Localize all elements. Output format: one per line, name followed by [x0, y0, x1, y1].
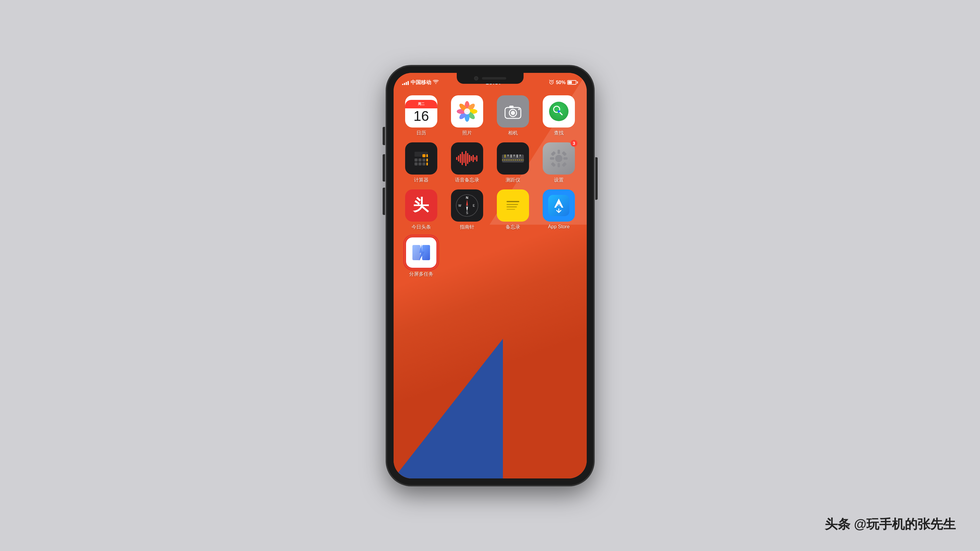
- svg-point-55: [555, 155, 562, 162]
- svg-rect-79: [558, 205, 560, 205]
- app-grid: 周二 16 日历: [401, 95, 579, 278]
- power-button[interactable]: [595, 157, 598, 200]
- settings-badge: 3: [571, 140, 578, 147]
- settings-label: 设置: [554, 177, 564, 183]
- svg-rect-63: [562, 162, 567, 167]
- speaker: [482, 77, 506, 79]
- svg-rect-77: [507, 209, 515, 210]
- svg-rect-57: [558, 163, 560, 167]
- svg-point-22: [558, 110, 560, 113]
- svg-rect-60: [551, 151, 556, 156]
- svg-rect-33: [422, 154, 425, 157]
- status-right: 50%: [549, 79, 578, 85]
- app-item-voice[interactable]: 语音备忘录: [447, 142, 488, 183]
- settings-icon-box: 3: [542, 142, 575, 175]
- app-item-split[interactable]: 分屏多任务: [401, 237, 442, 278]
- svg-rect-25: [415, 159, 418, 162]
- svg-rect-26: [418, 159, 422, 162]
- signal-bar-4: [407, 81, 409, 85]
- alarm-icon: [549, 79, 554, 85]
- svg-rect-44: [473, 155, 474, 162]
- notes-label: 备忘录: [506, 224, 520, 230]
- svg-rect-74: [507, 201, 519, 202]
- svg-line-3: [549, 80, 550, 81]
- svg-point-16: [511, 111, 515, 115]
- app-item-toutiao[interactable]: 头 今日头条: [401, 189, 442, 230]
- svg-line-4: [553, 80, 554, 81]
- svg-rect-76: [507, 206, 517, 207]
- calendar-icon: 周二 16: [405, 95, 438, 127]
- svg-rect-81: [412, 245, 420, 260]
- svg-rect-37: [460, 154, 461, 163]
- camera-icon-box: [497, 95, 529, 127]
- app-item-camera[interactable]: 相机: [493, 95, 534, 136]
- mute-button[interactable]: [383, 127, 385, 145]
- app-item-settings[interactable]: 3: [538, 142, 579, 183]
- svg-rect-40: [465, 151, 466, 166]
- svg-point-18: [518, 108, 520, 110]
- iphone-frame: 中国移动 15:37: [387, 66, 593, 485]
- svg-text:头: 头: [412, 197, 429, 214]
- battery-percent: 50%: [556, 80, 565, 85]
- svg-rect-29: [415, 162, 418, 165]
- signal-icon: [402, 80, 409, 85]
- svg-rect-27: [422, 159, 425, 162]
- svg-point-72: [466, 205, 468, 207]
- app-item-find[interactable]: 查找: [538, 95, 579, 136]
- page-wrapper: 中国移动 15:37: [0, 0, 980, 551]
- split-icon-box: [405, 237, 438, 269]
- svg-rect-56: [558, 150, 560, 154]
- svg-rect-75: [507, 204, 518, 205]
- signal-bar-1: [402, 84, 403, 85]
- camera-label: 相机: [508, 130, 518, 136]
- signal-bar-2: [404, 83, 405, 85]
- wifi-icon: [433, 80, 439, 85]
- svg-rect-61: [562, 151, 567, 156]
- svg-rect-42: [469, 155, 470, 162]
- svg-rect-45: [474, 157, 476, 160]
- svg-rect-38: [461, 152, 463, 165]
- measure-icon-box: [497, 142, 529, 175]
- calculator-icon-box: [405, 142, 438, 175]
- measure-label: 测距仪: [506, 177, 520, 183]
- app-item-appstore[interactable]: App Store: [538, 189, 579, 230]
- svg-rect-32: [426, 162, 428, 165]
- app-item-notes[interactable]: 备忘录: [493, 189, 534, 230]
- notch: [457, 73, 523, 84]
- svg-point-13: [464, 108, 470, 114]
- calendar-weekday: 周二: [405, 100, 438, 108]
- svg-rect-46: [476, 156, 477, 162]
- watermark: 头条 @玩手机的张先生: [825, 516, 956, 533]
- app-item-measure[interactable]: 测距仪: [493, 142, 534, 183]
- status-left: 中国移动: [402, 79, 439, 86]
- find-icon: [542, 95, 575, 127]
- split-label: 分屏多任务: [409, 271, 433, 278]
- find-label: 查找: [554, 130, 564, 136]
- front-camera: [474, 76, 478, 81]
- carrier-label: 中国移动: [410, 79, 431, 86]
- app-item-calendar[interactable]: 周二 16 日历: [401, 95, 442, 136]
- signal-bar-3: [406, 82, 407, 85]
- calendar-label: 日历: [416, 130, 426, 136]
- svg-rect-24: [415, 152, 428, 157]
- appstore-label: App Store: [548, 224, 570, 230]
- svg-rect-17: [509, 106, 514, 108]
- photos-label: 照片: [462, 130, 472, 136]
- iphone-screen: 中国移动 15:37: [394, 73, 587, 478]
- app-item-photos[interactable]: 照片: [447, 95, 488, 136]
- voice-icon-box: [451, 142, 483, 175]
- volume-down-button[interactable]: [383, 187, 385, 215]
- toutiao-label: 今日头条: [412, 224, 431, 230]
- svg-text:E: E: [473, 204, 475, 207]
- calculator-label: 计算器: [414, 177, 428, 183]
- app-item-calculator[interactable]: 计算器: [401, 142, 442, 183]
- voice-label: 语音备忘录: [455, 177, 479, 183]
- svg-rect-41: [467, 153, 468, 164]
- appstore-icon-box: [542, 189, 575, 222]
- app-item-compass[interactable]: N E S W 指南针: [447, 189, 488, 230]
- svg-rect-28: [426, 159, 428, 162]
- volume-up-button[interactable]: [383, 154, 385, 181]
- home-screen: 周二 16 日历: [394, 89, 587, 478]
- svg-text:S: S: [466, 211, 468, 214]
- toutiao-icon-box: 头: [405, 189, 438, 222]
